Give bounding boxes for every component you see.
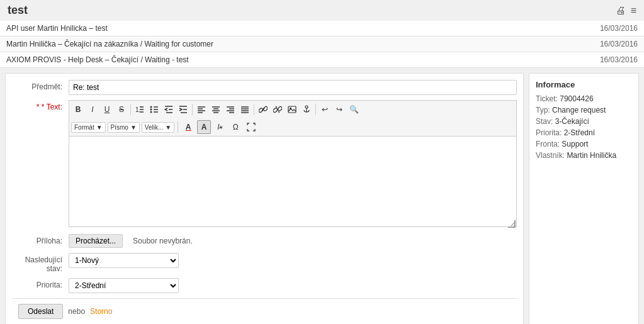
attachment-label: Příloha: xyxy=(12,234,69,245)
info-priority-value: 2-Střední xyxy=(564,128,595,137)
font-bg-button[interactable]: A xyxy=(197,120,211,134)
history-row[interactable]: Martin Hnilička – Čekající na zákazníka … xyxy=(0,36,644,52)
history-text: API user Martin Hnilicka – test xyxy=(0,21,524,36)
indent-decrease-button[interactable] xyxy=(162,103,176,116)
next-state-input-wrapper: 1-Nový xyxy=(69,253,517,268)
subject-label: Předmět: xyxy=(12,80,69,91)
editor-toolbar-row2: Formát ▼ Písmo ▼ Velik... ▼ A xyxy=(69,118,517,136)
special-char-button[interactable]: Ω xyxy=(229,120,242,134)
editor-toolbar-row1: B I U S 1. xyxy=(69,100,517,118)
owner-value: Martin Hnilička xyxy=(567,151,616,160)
state-label: Stav: xyxy=(536,117,553,126)
form-panel: Předmět: * Text: B I U S xyxy=(5,73,524,324)
separator xyxy=(315,104,316,115)
attachment-row: Příloha: Procházet... Soubor nevybrán. xyxy=(12,234,517,248)
priority-label: Priorita: xyxy=(12,278,69,289)
anchor-button[interactable] xyxy=(300,103,314,116)
menu-icon[interactable]: ≡ xyxy=(631,5,636,16)
undo-button[interactable]: ↩ xyxy=(318,103,332,116)
info-priority-label: Priorita: xyxy=(536,128,562,137)
priority-row: Priorita: 2-Střední xyxy=(12,278,517,293)
state-value: 3-Čekající xyxy=(555,117,589,126)
print-icon[interactable]: 🖨 xyxy=(616,5,626,16)
priority-input-wrapper: 2-Střední xyxy=(69,278,517,293)
info-ticket: Ticket: 79004426 xyxy=(536,94,632,103)
text-label: * Text: xyxy=(12,100,69,111)
link-button[interactable] xyxy=(256,103,270,116)
unlink-button[interactable] xyxy=(271,103,285,116)
next-state-label: Nasledující stav: xyxy=(12,253,69,273)
submit-button[interactable]: Odeslat xyxy=(18,304,63,319)
align-right-button[interactable] xyxy=(223,103,237,116)
info-type: Typ: Change request xyxy=(536,106,632,115)
history-date: 16/03/2016 xyxy=(524,36,644,52)
file-name: Soubor nevybrán. xyxy=(133,237,193,245)
image-button[interactable] xyxy=(285,103,299,116)
top-bar: test 🖨 ≡ xyxy=(0,0,644,21)
fullscreen-button[interactable] xyxy=(244,120,258,134)
info-queue: Fronta: Support xyxy=(536,140,632,148)
strikethrough-button[interactable]: S xyxy=(115,103,128,116)
separator xyxy=(192,104,193,115)
type-label: Typ: xyxy=(536,106,550,115)
clear-format-button[interactable]: Ix xyxy=(213,120,227,134)
priority-select[interactable]: 2-Střední xyxy=(69,278,179,293)
history-date: 16/03/2016 xyxy=(524,21,644,36)
font-color-button[interactable]: A xyxy=(181,120,195,134)
next-state-row: Nasledující stav: 1-Nový xyxy=(12,253,517,273)
italic-button[interactable]: I xyxy=(86,103,99,116)
editor-container xyxy=(69,136,517,229)
size-label: Velik... xyxy=(145,124,163,131)
separator xyxy=(130,104,131,115)
top-bar-actions: 🖨 ≡ xyxy=(616,5,636,16)
size-dropdown-icon: ▼ xyxy=(165,124,171,131)
info-state: Stav: 3-Čekající xyxy=(536,117,632,126)
separator xyxy=(178,121,178,133)
underline-button[interactable]: U xyxy=(100,103,114,116)
queue-label: Fronta: xyxy=(536,140,560,148)
redo-button[interactable]: ↪ xyxy=(332,103,346,116)
queue-value: Support xyxy=(562,140,588,148)
format-dropdown-icon: ▼ xyxy=(96,124,103,131)
action-bar: Odeslat nebo Storno xyxy=(12,298,517,324)
indent-increase-button[interactable] xyxy=(176,103,190,116)
unordered-list-button[interactable] xyxy=(147,103,161,116)
page-title: test xyxy=(8,4,28,17)
align-justify-button[interactable] xyxy=(238,103,252,116)
info-title: Informace xyxy=(536,80,632,89)
info-priority: Priorita: 2-Střední xyxy=(536,128,632,137)
text-editor[interactable] xyxy=(69,136,517,227)
editor-wrapper: B I U S 1. xyxy=(69,100,517,229)
size-select[interactable]: Velik... ▼ xyxy=(142,122,174,133)
text-editor-row: * Text: B I U S 1. xyxy=(12,100,517,229)
history-row[interactable]: API user Martin Hnilicka – test 16/03/20… xyxy=(0,21,644,36)
font-label: Písmo xyxy=(111,124,128,131)
next-state-select[interactable]: 1-Nový xyxy=(69,253,179,268)
subject-input-wrapper xyxy=(69,80,517,95)
cancel-button[interactable]: Storno xyxy=(90,307,112,316)
attachment-input-wrapper: Procházet... Soubor nevybrán. xyxy=(69,234,517,248)
separator xyxy=(254,104,254,115)
owner-label: Vlastník: xyxy=(536,151,565,160)
svg-line-33 xyxy=(276,106,277,108)
format-select[interactable]: Formát ▼ xyxy=(71,122,106,133)
format-label: Formát xyxy=(74,124,94,131)
main-content: Předmět: * Text: B I U S xyxy=(0,68,644,324)
align-center-button[interactable] xyxy=(209,103,223,116)
browse-button[interactable]: Procházet... xyxy=(69,234,123,248)
history-text: Martin Hnilička – Čekající na zákazníka … xyxy=(0,36,524,52)
svg-point-37 xyxy=(305,106,308,108)
history-table: API user Martin Hnilicka – test 16/03/20… xyxy=(0,21,644,68)
history-text: AXIOM PROVIS - Help Desk – Čekající / Wa… xyxy=(0,52,524,68)
bold-button[interactable]: B xyxy=(71,103,85,116)
history-date: 16/03/2016 xyxy=(524,52,644,68)
svg-rect-35 xyxy=(288,106,296,113)
history-row[interactable]: AXIOM PROVIS - Help Desk – Čekající / Wa… xyxy=(0,52,644,68)
ticket-value: 79004426 xyxy=(560,94,593,103)
subject-input[interactable] xyxy=(69,80,517,95)
ordered-list-button[interactable]: 1. xyxy=(133,103,147,116)
search-button[interactable]: 🔍 xyxy=(347,103,361,116)
svg-line-34 xyxy=(278,111,280,113)
align-left-button[interactable] xyxy=(195,103,208,116)
font-select[interactable]: Písmo ▼ xyxy=(108,122,140,133)
